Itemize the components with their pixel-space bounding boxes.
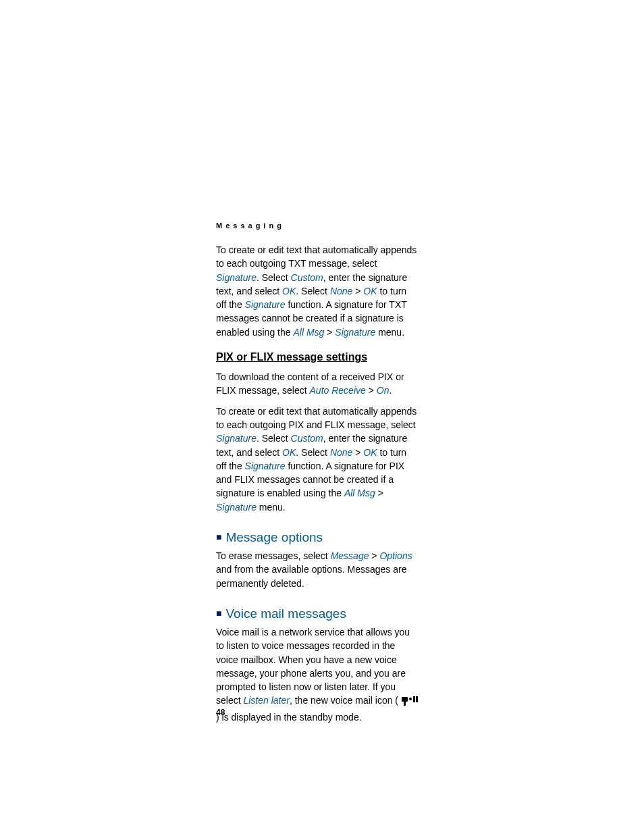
link-all-msg[interactable]: All Msg	[344, 488, 375, 498]
voicemail-icon	[401, 696, 419, 710]
text: ) is displayed in the standby mode.	[216, 712, 362, 723]
link-ok[interactable]: OK	[282, 447, 296, 458]
paragraph-pix-flix-signature: To create or edit text that automaticall…	[216, 405, 419, 514]
link-on[interactable]: On	[377, 385, 390, 396]
svg-rect-1	[404, 702, 406, 706]
link-auto-receive[interactable]: Auto Receive	[310, 385, 366, 396]
link-signature[interactable]: Signature	[245, 299, 286, 310]
svg-rect-0	[402, 697, 408, 702]
text: menu.	[257, 502, 286, 513]
section-title: Message options	[225, 530, 323, 544]
square-bullet-icon: ■	[216, 608, 221, 619]
link-signature[interactable]: Signature	[335, 327, 375, 338]
link-custom[interactable]: Custom	[291, 433, 323, 444]
subheading-pix-flix-settings: PIX or FLIX message settings	[216, 351, 610, 363]
text: >	[375, 488, 383, 498]
svg-rect-3	[413, 696, 415, 702]
link-ok[interactable]: OK	[363, 447, 377, 458]
link-signature[interactable]: Signature	[216, 502, 257, 513]
paragraph-voice-mail: Voice mail is a network service that all…	[216, 625, 419, 724]
text: >	[352, 447, 363, 458]
paragraph-message-options: To erase messages, select Message > Opti…	[216, 549, 419, 590]
section-heading-voice-mail: ■Voice mail messages	[216, 606, 610, 621]
svg-rect-4	[416, 696, 418, 702]
link-ok[interactable]: OK	[363, 286, 377, 296]
link-message[interactable]: Message	[331, 550, 369, 561]
square-bullet-icon: ■	[216, 531, 221, 542]
text: . Select	[296, 286, 330, 296]
text: >	[366, 385, 377, 396]
link-signature[interactable]: Signature	[245, 461, 286, 471]
section-heading-message-options: ■Message options	[216, 530, 610, 545]
text: >	[324, 327, 335, 338]
text: . Select	[257, 433, 291, 444]
text: and from the available options. Messages…	[216, 564, 407, 588]
link-none[interactable]: None	[330, 447, 352, 458]
text: , the new voice mail icon (	[290, 695, 398, 706]
running-head: Messaging	[216, 221, 610, 230]
link-options[interactable]: Options	[379, 550, 412, 561]
text: To create or edit text that automaticall…	[216, 406, 417, 430]
link-none[interactable]: None	[330, 286, 352, 296]
paragraph-txt-signature: To create or edit text that automaticall…	[216, 243, 419, 339]
text: >	[352, 286, 363, 296]
link-all-msg[interactable]: All Msg	[293, 327, 324, 338]
link-signature[interactable]: Signature	[216, 433, 257, 444]
svg-point-2	[409, 698, 412, 700]
paragraph-auto-receive: To download the content of a received PI…	[216, 370, 419, 398]
text: menu.	[375, 327, 404, 338]
link-ok[interactable]: OK	[282, 286, 296, 296]
link-signature[interactable]: Signature	[216, 272, 257, 283]
text: To erase messages, select	[216, 550, 331, 561]
text: . Select	[296, 447, 330, 458]
text: .	[389, 385, 392, 396]
section-title: Voice mail messages	[225, 606, 346, 621]
page-number: 48	[216, 708, 225, 717]
text: >	[369, 550, 379, 561]
link-listen-later[interactable]: Listen later	[243, 695, 289, 706]
text: Voice mail is a network service that all…	[216, 627, 410, 706]
text: . Select	[257, 272, 291, 283]
link-custom[interactable]: Custom	[291, 272, 323, 283]
text: To create or edit text that automaticall…	[216, 244, 417, 269]
